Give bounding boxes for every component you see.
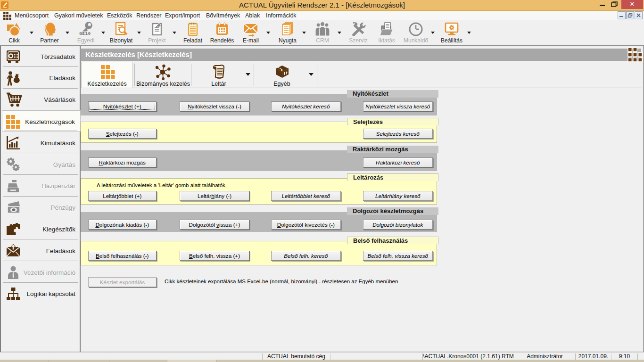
svg-text:0110: 0110 bbox=[79, 31, 91, 36]
